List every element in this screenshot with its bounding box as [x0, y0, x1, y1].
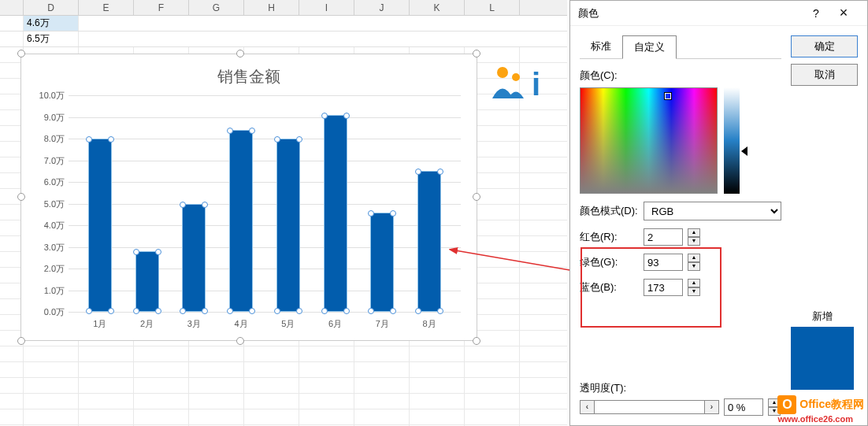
- bar-handle[interactable]: [180, 308, 186, 314]
- col-k[interactable]: K: [410, 0, 465, 15]
- bar-handle[interactable]: [343, 113, 350, 119]
- blue-input[interactable]: [644, 279, 683, 296]
- col-e[interactable]: E: [79, 0, 134, 15]
- color-dialog: 颜色 ? × 标准 自定义 颜色(C): 颜色模式(D): RGB 红色(R):…: [569, 0, 868, 426]
- bar-handle[interactable]: [274, 308, 280, 314]
- ok-button[interactable]: 确定: [791, 35, 858, 57]
- tab-custom[interactable]: 自定义: [622, 35, 677, 59]
- bar-handle[interactable]: [133, 308, 139, 314]
- bar[interactable]: [324, 115, 347, 312]
- bar[interactable]: [229, 130, 253, 312]
- blue-down[interactable]: ▼: [688, 287, 700, 296]
- bar-handle[interactable]: [249, 128, 255, 134]
- bar[interactable]: [276, 139, 300, 312]
- color-label: 颜色(C):: [580, 69, 781, 83]
- help-button[interactable]: ?: [804, 7, 828, 20]
- y-tick: 1.0万: [44, 284, 65, 296]
- bar-handle[interactable]: [321, 113, 328, 119]
- bar-handle[interactable]: [415, 308, 421, 314]
- bar-handle[interactable]: [274, 136, 280, 143]
- col-h[interactable]: H: [244, 0, 299, 15]
- red-up[interactable]: ▲: [688, 228, 700, 237]
- col-j[interactable]: J: [354, 0, 410, 15]
- scroll-left[interactable]: ‹: [581, 401, 595, 413]
- cell-d2[interactable]: 6.5万: [24, 31, 79, 46]
- col-f[interactable]: F: [134, 0, 189, 15]
- chart[interactable]: 销售金额 0.0万1.0万2.0万3.0万4.0万5.0万6.0万7.0万8.0…: [20, 54, 477, 341]
- green-input[interactable]: [644, 254, 683, 271]
- bar-handle[interactable]: [415, 169, 421, 175]
- picker-cursor[interactable]: [665, 93, 671, 99]
- selection-handle[interactable]: [236, 337, 244, 345]
- bar[interactable]: [182, 204, 206, 313]
- chart-title[interactable]: 销售金额: [21, 54, 477, 95]
- scroll-right[interactable]: ›: [704, 401, 718, 413]
- dialog-titlebar[interactable]: 颜色 ? ×: [570, 1, 867, 26]
- bar-handle[interactable]: [368, 210, 374, 217]
- mode-select[interactable]: RGB: [644, 202, 781, 220]
- bar[interactable]: [135, 251, 159, 312]
- bar-handle[interactable]: [86, 308, 92, 314]
- bar-handle[interactable]: [343, 308, 350, 314]
- transparency-input[interactable]: [724, 398, 763, 416]
- bar-handle[interactable]: [321, 308, 328, 314]
- blue-up[interactable]: ▲: [688, 279, 700, 287]
- x-tick: 2月: [135, 318, 159, 330]
- green-down[interactable]: ▼: [688, 262, 700, 271]
- close-button[interactable]: ×: [828, 5, 859, 21]
- x-tick: 1月: [88, 318, 112, 330]
- bar[interactable]: [88, 139, 112, 312]
- bar-handle[interactable]: [155, 308, 161, 314]
- red-down[interactable]: ▼: [688, 237, 700, 246]
- bar-handle[interactable]: [368, 308, 374, 314]
- bar-handle[interactable]: [108, 136, 114, 143]
- bar-handle[interactable]: [227, 128, 233, 134]
- saturation-picker[interactable]: [580, 87, 718, 194]
- bar[interactable]: [417, 171, 441, 312]
- col-g[interactable]: G: [189, 0, 244, 15]
- selection-handle[interactable]: [473, 337, 480, 345]
- slider-thumb[interactable]: [741, 146, 747, 156]
- cell-d1[interactable]: 4.6万: [24, 16, 79, 31]
- red-input[interactable]: [644, 228, 683, 246]
- col-i[interactable]: I: [299, 0, 354, 15]
- col-l[interactable]: L: [465, 0, 520, 15]
- col-d[interactable]: D: [24, 0, 79, 15]
- y-tick: 0.0万: [44, 306, 65, 318]
- bar-handle[interactable]: [437, 169, 443, 175]
- transparency-label: 透明度(T):: [580, 381, 781, 395]
- bar-handle[interactable]: [133, 249, 139, 255]
- green-label: 绿色(G):: [580, 255, 639, 269]
- bar-handle[interactable]: [180, 202, 186, 208]
- bar-handle[interactable]: [86, 136, 92, 143]
- y-tick: 4.0万: [44, 220, 65, 232]
- luminance-slider[interactable]: [724, 87, 740, 194]
- bar-handle[interactable]: [437, 308, 443, 314]
- logo: i: [484, 63, 540, 106]
- cancel-button[interactable]: 取消: [791, 64, 858, 86]
- tab-standard[interactable]: 标准: [580, 35, 622, 58]
- selection-handle[interactable]: [17, 193, 25, 201]
- bar-handle[interactable]: [296, 136, 302, 143]
- bar-handle[interactable]: [227, 308, 233, 314]
- blue-label: 蓝色(B):: [580, 280, 639, 294]
- bar-handle[interactable]: [390, 210, 396, 217]
- bar-handle[interactable]: [108, 308, 114, 314]
- selection-handle[interactable]: [236, 50, 244, 57]
- bar-handle[interactable]: [202, 202, 208, 208]
- bar-handle[interactable]: [296, 308, 302, 314]
- bar-handle[interactable]: [390, 308, 396, 314]
- bar-handle[interactable]: [202, 308, 208, 314]
- selection-handle[interactable]: [17, 337, 25, 345]
- selection-handle[interactable]: [473, 193, 480, 201]
- bar-handle[interactable]: [155, 249, 161, 255]
- y-tick: 9.0万: [44, 111, 65, 123]
- green-up[interactable]: ▲: [688, 254, 700, 262]
- selection-handle[interactable]: [473, 50, 480, 57]
- transparency-scrollbar[interactable]: ‹ ›: [580, 400, 719, 414]
- selection-handle[interactable]: [17, 50, 25, 57]
- bar-handle[interactable]: [249, 308, 255, 314]
- bars[interactable]: [69, 95, 461, 312]
- bar[interactable]: [370, 213, 394, 313]
- plot-area[interactable]: 0.0万1.0万2.0万3.0万4.0万5.0万6.0万7.0万8.0万9.0万…: [69, 95, 461, 312]
